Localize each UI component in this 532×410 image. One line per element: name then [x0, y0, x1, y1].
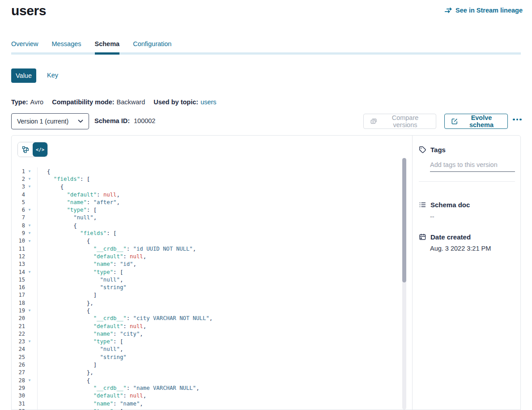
editor-gutter: 29	[12, 384, 38, 392]
fold-arrow-icon[interactable]: ▼	[25, 309, 34, 312]
tabs-underline	[11, 52, 521, 55]
code-text: "name": "after",	[38, 199, 120, 205]
tree-view-icon	[22, 146, 29, 153]
code-text: "default": null,	[38, 393, 146, 399]
token-p: :	[123, 393, 130, 399]
code-text: {	[38, 168, 50, 175]
editor-scrollbar-thumb[interactable]	[402, 158, 406, 282]
token-p: : [	[87, 207, 97, 213]
code-line: 27 },	[12, 369, 403, 376]
line-number: 4	[12, 192, 25, 198]
fold-arrow-icon[interactable]: ▼	[25, 208, 34, 212]
code-text: "name": "name",	[38, 401, 143, 407]
evolve-schema-button[interactable]: Evolve schema	[444, 114, 508, 129]
code-line: 10▼ {	[12, 237, 403, 245]
fold-arrow-icon[interactable]: ▼	[25, 270, 34, 274]
token-u: null	[130, 393, 143, 399]
code-text: {	[38, 238, 90, 244]
editor-gutter: 31	[12, 400, 38, 407]
type-label: Type:	[11, 98, 28, 106]
code-view-button[interactable]: </>	[33, 142, 47, 157]
editor-gutter: 18	[12, 299, 38, 307]
editor-gutter: 9▼	[12, 229, 38, 237]
code-line: 3▼ {	[12, 183, 403, 191]
line-number: 30	[12, 393, 25, 399]
code-text: ]	[38, 292, 97, 298]
code-line: 9▼ "fields": [	[12, 229, 403, 237]
code-text: {	[38, 377, 90, 384]
editor-gutter: 14▼	[12, 268, 38, 276]
compare-versions-label: Compare versions	[381, 114, 430, 128]
tree-view-button[interactable]	[18, 142, 33, 157]
code-line: 29 "__crdb__": "name VARCHAR NULL",	[12, 384, 403, 392]
code-text: "type": [	[38, 269, 123, 275]
schema-id: Schema ID: 100002	[94, 117, 155, 124]
line-number: 7	[12, 214, 25, 221]
fold-arrow-icon[interactable]: ▼	[25, 177, 34, 181]
fold-arrow-icon[interactable]: ▼	[25, 170, 34, 173]
topic-link[interactable]: users	[200, 98, 216, 106]
editor-gutter: 11	[12, 245, 38, 252]
calendar-plus-icon	[419, 233, 426, 241]
code-text: "type": [	[38, 338, 123, 345]
line-number: 12	[12, 253, 25, 260]
token-s: "id UUID NOT NULL"	[133, 246, 193, 252]
schema-id-value: 100002	[134, 117, 155, 124]
token-p: : [	[113, 338, 123, 345]
fold-arrow-icon[interactable]: ▼	[25, 239, 34, 243]
tab-schema[interactable]: Schema	[95, 40, 120, 49]
editor-gutter: 30	[12, 392, 38, 400]
schema-doc-header: Schema doc	[419, 201, 515, 209]
version-select[interactable]: Version 1 (current)	[11, 113, 89, 129]
token-s: "string"	[100, 284, 126, 290]
code-line: 4 "default": null,	[12, 191, 403, 198]
token-p: :	[127, 315, 133, 321]
editor-gutter: 24	[12, 346, 38, 353]
fold-arrow-icon[interactable]: ▼	[25, 379, 34, 382]
line-number: 2	[12, 176, 25, 182]
compare-versions-button[interactable]: Compare versions	[363, 114, 436, 129]
token-p: : [	[113, 269, 123, 275]
editor-gutter: 16	[12, 283, 38, 291]
code-text: "null",	[38, 214, 97, 221]
fold-arrow-icon[interactable]: ▼	[25, 185, 34, 188]
code-text: ]	[38, 362, 97, 368]
value-toggle-button[interactable]: Value	[11, 68, 36, 83]
fold-arrow-icon[interactable]: ▼	[25, 231, 34, 235]
tab-messages[interactable]: Messages	[51, 40, 81, 49]
token-s: "null"	[100, 346, 119, 352]
key-toggle-button[interactable]: Key	[47, 72, 58, 79]
line-number: 25	[12, 354, 25, 360]
line-number: 14	[12, 269, 25, 275]
token-k: "fields"	[80, 230, 106, 236]
line-number: 32	[12, 408, 25, 410]
stream-lineage-link[interactable]: See in Stream lineage	[444, 7, 523, 14]
editor-gutter: 8▼	[12, 222, 38, 229]
chevron-down-icon	[78, 120, 83, 123]
token-s: "after"	[94, 199, 117, 205]
tabs-row: OverviewMessagesSchemaConfiguration	[11, 40, 171, 49]
edit-icon	[451, 118, 458, 125]
fold-arrow-icon[interactable]: ▼	[25, 340, 34, 343]
line-number: 29	[12, 385, 25, 391]
token-k: "type"	[94, 338, 113, 345]
code-line: 31 "name": "name",	[12, 400, 403, 407]
more-options-button[interactable]	[513, 115, 525, 124]
line-number: 28	[12, 377, 25, 384]
code-text: {	[38, 222, 77, 229]
editor-gutter: 27	[12, 369, 38, 376]
more-options-icon	[513, 119, 515, 121]
editor-gutter: 26	[12, 361, 38, 368]
tags-input[interactable]	[430, 161, 515, 172]
line-number: 23	[12, 338, 25, 345]
fold-arrow-icon[interactable]: ▼	[25, 224, 34, 227]
tab-configuration[interactable]: Configuration	[133, 40, 171, 49]
token-p: {	[87, 377, 90, 384]
code-text: "null",	[38, 277, 123, 283]
code-text: {	[38, 184, 64, 190]
tab-overview[interactable]: Overview	[11, 40, 38, 49]
editor-gutter: 6▼	[12, 206, 38, 214]
active-tab-indicator	[95, 52, 120, 55]
token-p: : [	[113, 408, 123, 410]
code-text: "type": [	[38, 207, 97, 213]
